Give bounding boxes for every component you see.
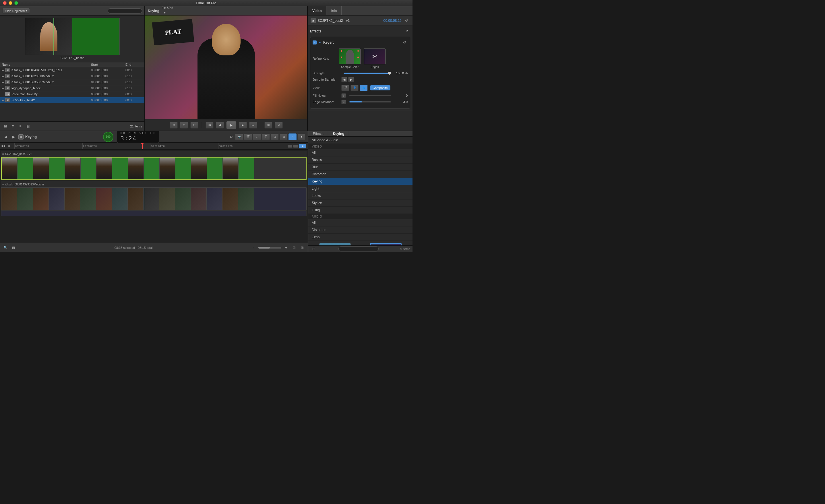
ruler-mark-1: 00:00:02:00 <box>82 143 97 149</box>
fullscreen-btn[interactable]: ⊞ <box>265 122 273 129</box>
timeline-view-btn[interactable]: ⊡ <box>291 244 297 251</box>
cat-keying[interactable]: Keying <box>308 178 412 185</box>
tl-select-btn[interactable]: ↖ <box>289 134 297 140</box>
cat-looks[interactable]: Looks <box>308 192 412 200</box>
strength-slider[interactable] <box>344 73 391 74</box>
frame-8 <box>112 158 128 179</box>
fit-dropdown-btn[interactable]: ▾ <box>162 9 168 16</box>
tl-connect-btn[interactable]: ♪ <box>253 134 261 140</box>
strength-thumb[interactable] <box>388 72 391 75</box>
tl-transition-btn[interactable]: ⊡ <box>271 134 279 140</box>
fill-holes-slider[interactable] <box>349 95 391 96</box>
reset-btn[interactable]: ↺ <box>403 17 409 24</box>
keyer-reset-btn[interactable]: ↺ <box>401 39 407 46</box>
timeline-expand-btn[interactable]: ⊞ <box>299 244 305 251</box>
file-row-selected[interactable]: ▶ ▣ SC2FTK2_best2 00:00:00:00 00:0 <box>0 97 144 103</box>
frame-11 <box>160 158 175 179</box>
cat-echo[interactable]: Echo <box>308 234 412 241</box>
zoom-slider[interactable] <box>258 247 281 248</box>
zoom-out-btn[interactable]: - <box>250 244 256 251</box>
cat-tiling[interactable]: Tiling <box>308 207 412 214</box>
prev-frame-btn[interactable]: ⏮ <box>206 122 214 129</box>
track-2-body[interactable] <box>1 188 307 210</box>
file-start: 00:00:00:00 <box>91 74 126 78</box>
composite-btn[interactable]: Composite <box>370 85 390 90</box>
effects-reset-btn[interactable]: ↺ <box>404 28 410 34</box>
view-btn-2[interactable]: 👤 <box>351 85 359 91</box>
forward-btn[interactable]: ▶ <box>239 122 247 129</box>
cat-distortion[interactable]: Distortion <box>308 171 412 178</box>
maximize-button[interactable] <box>14 1 18 5</box>
effects-list-toggle-btn[interactable]: ⊡ <box>311 246 317 252</box>
transform-btn[interactable]: ⊡ <box>180 122 188 129</box>
file-row[interactable]: ▶ ▣ logo_dynapep_black 01:00:00:00 01:0 <box>0 85 144 91</box>
cat-audio-all[interactable]: All <box>308 219 412 226</box>
file-row[interactable]: ▶ ▣ iStock_000015635087Medium 01:00:00:0… <box>0 79 144 85</box>
tl-title-btn[interactable]: T <box>262 134 270 140</box>
browser-action-btn[interactable]: ⚙ <box>10 123 16 130</box>
timeline-ruler[interactable]: 00:00:00:00 00:00:02:00 00:00:04:00 00:0… <box>14 143 286 149</box>
cat-audio-distortion[interactable]: Distortion <box>308 226 412 234</box>
effect-image-mask[interactable]: Image Mask <box>311 243 359 245</box>
zoom-in-btn[interactable]: + <box>283 244 289 251</box>
tab-keying[interactable]: Keying <box>328 131 349 136</box>
tl-blade-btn[interactable]: 📷 <box>235 134 243 140</box>
cat-all-video-audio[interactable]: All Video & Audio <box>308 137 412 144</box>
minimize-button[interactable] <box>9 1 12 5</box>
next-frame-btn[interactable]: ⏭ <box>249 122 257 129</box>
snap-btn[interactable]: ⊡ <box>7 144 11 148</box>
tab-info[interactable]: Info <box>326 6 342 15</box>
effects-search-input[interactable] <box>339 246 379 251</box>
audio-only-btn[interactable]: ◼◼ <box>1 144 6 148</box>
fit-screen-btn[interactable]: ⊞ <box>170 122 178 129</box>
sample-color-btn[interactable] <box>339 49 361 64</box>
cat-blur[interactable]: Blur <box>308 164 412 171</box>
file-row[interactable]: ▶ ◀ Race Car Drive By 00:00:00:00 00:0 <box>0 91 144 97</box>
window-controls <box>3 1 18 5</box>
crop-btn[interactable]: ✂ <box>190 122 198 129</box>
edges-btn[interactable]: ✂ <box>364 49 385 64</box>
file-row[interactable]: ▶ ▣ iStock_000014040455HD720_PRLT 00:00:… <box>0 67 144 73</box>
browser-view-btn[interactable]: ⊞ <box>2 123 9 130</box>
tl-edit-btn[interactable]: 🎬 <box>244 134 252 140</box>
browser-grid-btn[interactable]: ▦ <box>25 123 31 130</box>
go-back-btn[interactable]: ◀ <box>2 134 9 140</box>
view-btn-3[interactable]: 🔷 <box>360 85 368 91</box>
view-btn-1[interactable]: 🎬 <box>341 85 349 91</box>
expand-arrow: ▶ <box>2 87 5 90</box>
tab-video[interactable]: Video <box>308 6 326 15</box>
tl-zoom-btn[interactable]: ⊞ <box>280 134 288 140</box>
jts-next-btn[interactable]: ▶ <box>348 77 354 82</box>
cat-light[interactable]: Light <box>308 185 412 192</box>
browser-search-input[interactable] <box>108 8 142 13</box>
cat-basics[interactable]: Basics <box>308 156 412 164</box>
timeline-grid-btn[interactable]: ⊞ <box>10 244 17 251</box>
loop-btn[interactable]: ↺ <box>275 122 283 129</box>
jts-prev-btn[interactable]: ◀ <box>341 77 347 82</box>
track-1-body[interactable] <box>1 157 307 180</box>
timeline-zoom-out-btn[interactable]: 🔍 <box>2 244 9 251</box>
effect-keyer[interactable]: ✂ Keyer <box>362 243 410 245</box>
preview-thumbnail[interactable] <box>25 18 120 55</box>
hide-rejected-button[interactable]: Hide Rejected ▾ <box>2 8 30 13</box>
timeline-right-controls: ≋ <box>286 144 308 148</box>
keyer-enabled-checkbox[interactable]: ✓ <box>313 41 317 45</box>
viewer-canvas[interactable]: PLAT <box>145 15 307 119</box>
edge-distance-slider[interactable] <box>349 101 391 102</box>
browser-list-btn[interactable]: ≡ <box>17 123 23 130</box>
sequence-label: Keying <box>25 135 37 139</box>
tl-play-btn[interactable]: ▶ <box>10 134 17 140</box>
back-btn[interactable]: ◀ <box>216 122 224 129</box>
close-button[interactable] <box>3 1 7 5</box>
play-btn[interactable]: ▶ <box>226 121 236 129</box>
cat-all[interactable]: All <box>308 149 412 156</box>
tc-indicator: 100 <box>103 132 114 142</box>
tl-settings-btn[interactable]: ⚙ <box>228 134 234 140</box>
file-list-header: Name Start End <box>0 62 144 67</box>
file-row[interactable]: ▶ ▣ iStock_000014329313Medium 00:00:00:0… <box>0 73 144 79</box>
tl-select-dropdown-btn[interactable]: ▾ <box>297 134 305 140</box>
tab-effects[interactable]: Effects <box>308 131 328 136</box>
skimming-btn[interactable]: ≋ <box>299 144 306 148</box>
sequence-icon: ▦ <box>18 134 23 140</box>
cat-stylize[interactable]: Stylize <box>308 200 412 207</box>
